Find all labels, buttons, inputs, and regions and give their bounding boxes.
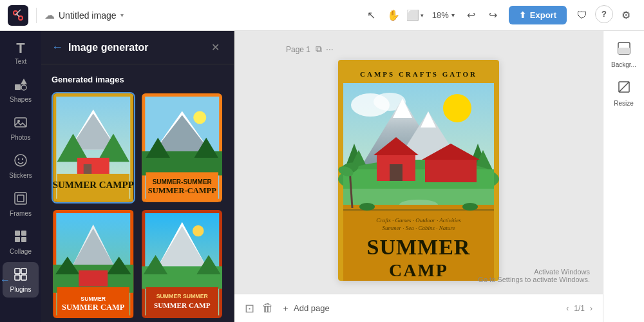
background-icon [617, 41, 631, 59]
svg-text:SUMMER-CAMPP: SUMMER-CAMPP [147, 186, 216, 195]
svg-rect-14 [15, 231, 20, 236]
sidebar-item-photos[interactable]: Photos [3, 110, 39, 146]
page-label-icons: ⧉ ··· [316, 44, 334, 55]
document-title-area[interactable]: ☁ Untitled image ▾ [44, 9, 124, 21]
sidebar-item-text-label: Text [15, 58, 26, 66]
sidebar-item-shapes[interactable]: Shapes [3, 72, 39, 108]
pagination: ‹ 1/1 › [566, 304, 592, 313]
frame-chevron-icon: ▾ [421, 12, 424, 19]
export-icon: ⬆ [519, 10, 526, 20]
plugins-icon [14, 267, 28, 283]
shield-btn[interactable]: 🛡 [572, 5, 592, 26]
svg-rect-18 [15, 269, 20, 274]
svg-rect-21 [21, 275, 26, 280]
sidebar-item-stickers-label: Stickers [9, 172, 32, 180]
page-copy-icon[interactable]: ⧉ [316, 44, 322, 55]
plugins-arrow: ← [0, 274, 10, 286]
sidebar-item-collage[interactable]: Collage [3, 224, 39, 260]
panel-close-btn[interactable]: ✕ [207, 40, 223, 55]
svg-line-2 [17, 14, 19, 17]
prev-page-icon[interactable]: ‹ [566, 304, 569, 313]
frame-tool-btn[interactable]: ⬜ ▾ [405, 5, 426, 26]
svg-rect-50 [79, 270, 108, 286]
svg-rect-19 [21, 269, 26, 274]
svg-rect-13 [17, 195, 24, 202]
svg-text:Summer · Sea · Cabins · Nature: Summer · Sea · Cabins · Nature [383, 225, 455, 231]
left-sidebar: T Text Shapes Photos Stickers Frames [0, 31, 41, 322]
panel-back-arrow[interactable]: ← [52, 41, 63, 54]
svg-text:Crafts · Games · Outdoor · Act: Crafts · Games · Outdoor · Activities [376, 217, 461, 223]
right-panel-background[interactable]: Backgr... [606, 36, 642, 72]
svg-rect-84 [390, 164, 402, 181]
undo-btn[interactable]: ↩ [461, 5, 482, 26]
panel-title: Image generator [68, 42, 202, 53]
activate-windows-notice: Activate Windows Go to Settings to activ… [478, 268, 590, 283]
gen-image-card-2[interactable]: SUMMER-SUMMER SUMMER-CAMPP [140, 92, 224, 204]
cursor-tool-btn[interactable]: ↖ [361, 5, 382, 26]
svg-text:SUMMER: SUMMER [367, 235, 471, 259]
undo-redo-group: ↩ ↪ [461, 5, 504, 26]
svg-point-61 [192, 225, 203, 236]
next-page-icon[interactable]: › [590, 304, 592, 313]
svg-rect-15 [21, 231, 26, 236]
frames-icon [14, 191, 28, 207]
svg-point-6 [21, 85, 26, 90]
topbar-right-icons: 🛡 ? ⚙ [572, 5, 636, 26]
sidebar-item-text[interactable]: T Text [3, 36, 39, 70]
bottom-thumbnail-icon[interactable]: ⊡ [245, 301, 254, 316]
redo-btn[interactable]: ↪ [483, 5, 504, 26]
bottom-delete-icon[interactable]: 🗑 [262, 301, 274, 315]
svg-point-9 [15, 155, 26, 166]
background-label: Backgr... [611, 61, 636, 68]
resize-label: Resize [614, 100, 634, 107]
gen-image-card-4[interactable]: SUMMER SUMMER SUMMER CAMP [140, 209, 224, 320]
settings-btn[interactable]: ⚙ [616, 5, 636, 26]
hand-tool-btn[interactable]: ✋ [383, 5, 404, 26]
page-more-icon[interactable]: ··· [326, 44, 334, 55]
svg-rect-4 [15, 84, 21, 90]
document-title: Untitled image [59, 10, 117, 21]
stickers-icon [14, 153, 28, 169]
sidebar-item-photos-label: Photos [10, 134, 30, 142]
svg-text:SUMMER: SUMMER [80, 296, 106, 302]
svg-rect-20 [15, 275, 20, 280]
svg-text:SUMMER SUMMER: SUMMER SUMMER [156, 293, 208, 299]
svg-point-100 [359, 203, 375, 211]
generated-images-grid: SUMMER CAMPP SUMMER-SU [52, 92, 223, 319]
topbar-divider [36, 8, 37, 23]
gen-image-card-3[interactable]: SUMMER SUMMER CAMP [52, 209, 135, 320]
collage-icon [14, 229, 28, 245]
svg-point-11 [22, 158, 23, 160]
zoom-value: 18% [432, 10, 449, 20]
svg-rect-17 [21, 237, 26, 242]
sidebar-item-plugins[interactable]: ← Plugins [3, 262, 39, 298]
photos-icon [14, 115, 28, 131]
svg-point-69 [443, 94, 471, 122]
shapes-icon [14, 77, 28, 93]
cloud-icon: ☁ [44, 9, 55, 21]
gen-image-card-1[interactable]: SUMMER CAMPP [52, 92, 135, 204]
page-canvas[interactable]: CAMPS CRAFTS GATOR [338, 60, 499, 281]
canvas-scroll: Page 1 ⧉ ··· [234, 31, 603, 294]
topbar-tools: ↖ ✋ ⬜ ▾ 18% ▾ ↩ ↪ [361, 5, 504, 26]
sidebar-item-frames[interactable]: Frames [3, 186, 39, 222]
frame-icon: ⬜ [406, 9, 419, 21]
svg-point-101 [462, 203, 478, 211]
generated-images-title: Generated images [52, 75, 223, 84]
canvas-area: Page 1 ⧉ ··· [234, 31, 603, 322]
title-chevron-icon: ▾ [120, 12, 124, 19]
add-page-icon: ＋ [281, 303, 290, 314]
svg-text:SUMMER CAMPP: SUMMER CAMPP [53, 180, 134, 190]
add-page-button[interactable]: ＋ Add page [281, 303, 330, 314]
help-btn[interactable]: ? [595, 5, 613, 23]
zoom-control[interactable]: 18% ▾ [427, 10, 460, 20]
page-label: Page 1 ⧉ ··· [286, 44, 334, 55]
panel-body: Generated images [41, 64, 234, 322]
right-panel-resize[interactable]: Resize [606, 75, 642, 111]
export-button[interactable]: ⬆ Export [509, 6, 567, 24]
sidebar-item-stickers[interactable]: Stickers [3, 148, 39, 184]
app-logo[interactable] [8, 5, 28, 26]
sidebar-item-frames-label: Frames [10, 210, 32, 218]
zoom-chevron-icon: ▾ [451, 12, 455, 19]
topbar: ☁ Untitled image ▾ ↖ ✋ ⬜ ▾ 18% ▾ ↩ ↪ ⬆ E… [0, 0, 644, 31]
